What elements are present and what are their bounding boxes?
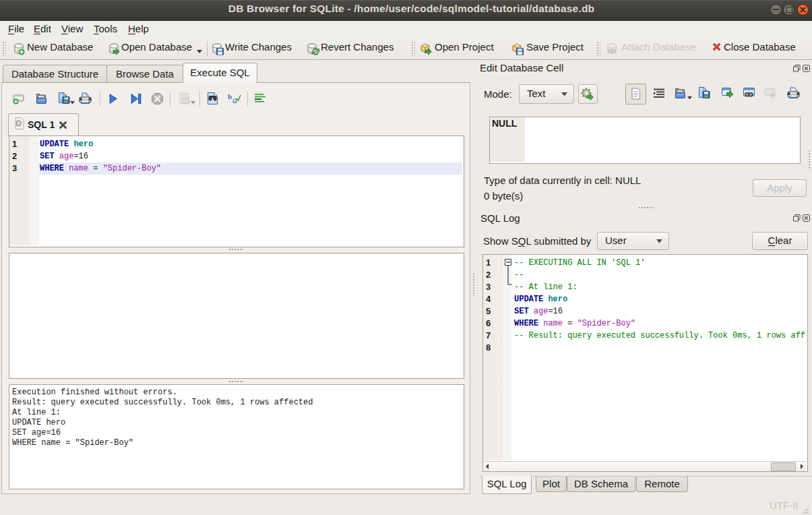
svg-text:a: a — [232, 95, 237, 105]
svg-text:b: b — [228, 92, 232, 100]
